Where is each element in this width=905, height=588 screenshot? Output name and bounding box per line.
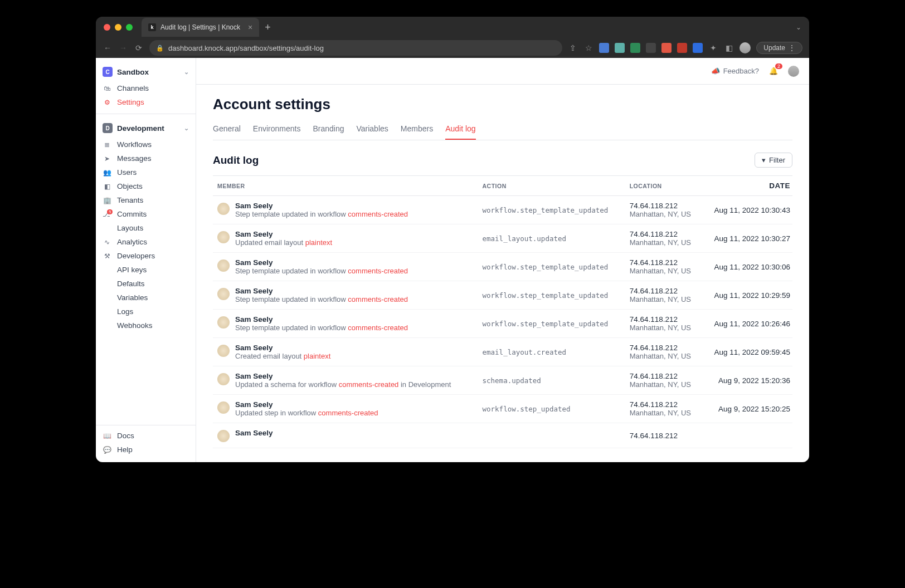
page-title: Account settings <box>213 96 792 113</box>
row-date: Aug 11, 2022 10:30:27 <box>702 224 792 253</box>
sidebar-item-icon: ◧ <box>103 183 111 190</box>
table-row[interactable]: Sam Seely Updated step in workflow comme… <box>213 395 792 423</box>
sidebar-subitem-webhooks[interactable]: Webhooks <box>96 318 196 332</box>
feedback-button[interactable]: 📣 Feedback? <box>711 67 759 75</box>
tab-members[interactable]: Members <box>401 120 433 140</box>
sidebar-item-label: Objects <box>117 182 143 190</box>
table-row[interactable]: Sam Seely Updated a schema for workflow … <box>213 366 792 395</box>
sidebar-item-label: Layouts <box>117 224 143 232</box>
sidebar-footer-docs[interactable]: 📖Docs <box>96 429 196 443</box>
location-place: Manhattan, NY, US <box>630 352 698 360</box>
table-row[interactable]: Sam Seely Step template updated in workf… <box>213 310 792 338</box>
member-name: Sam Seely <box>235 344 330 352</box>
table-row[interactable]: Sam Seely Step template updated in workf… <box>213 253 792 281</box>
project-badge-icon: C <box>103 67 113 77</box>
extension-icon[interactable] <box>599 43 609 53</box>
sidebar-item-icon: ≣ <box>103 141 111 149</box>
sidebar-item-analytics[interactable]: ∿Analytics <box>96 235 196 249</box>
url-input[interactable]: 🔒 dashboard.knock.app/sandbox/settings/a… <box>149 40 562 56</box>
back-icon[interactable]: ← <box>103 43 113 52</box>
sidebar-item-messages[interactable]: ➤Messages <box>96 151 196 165</box>
sidebar-item-label: Tenants <box>117 196 143 204</box>
tab-general[interactable]: General <box>213 120 241 140</box>
tab-branding[interactable]: Branding <box>313 120 344 140</box>
extension-icon[interactable] <box>630 43 640 53</box>
sidebar-section-development[interactable]: D Development ⌄ <box>96 119 196 138</box>
user-avatar[interactable] <box>788 66 799 77</box>
env-badge-icon: D <box>103 123 113 133</box>
member-desc: Step template updated in workflow commen… <box>235 210 408 218</box>
profile-avatar-browser[interactable] <box>739 42 751 53</box>
tab-audit-log[interactable]: Audit log <box>445 120 475 140</box>
action-code: workflow.step_template_updated <box>483 206 609 214</box>
sidebar-item-users[interactable]: 👥Users <box>96 165 196 179</box>
sidebar-subitem-defaults[interactable]: Defaults <box>96 277 196 291</box>
window-zoom-icon[interactable] <box>126 24 133 31</box>
table-row[interactable]: Sam Seely Updated email layout plaintext… <box>213 224 792 253</box>
tabs-menu-icon[interactable]: ⌄ <box>796 23 801 31</box>
sidebar-item-objects[interactable]: ◧Objects <box>96 179 196 193</box>
extension-icon[interactable] <box>661 43 672 53</box>
new-tab-button[interactable]: + <box>265 22 271 33</box>
sidebar-item-icon: ∿ <box>103 238 111 246</box>
sidebar-subitem-api-keys[interactable]: API keys <box>96 263 196 277</box>
avatar <box>217 259 230 272</box>
member-name: Sam Seely <box>235 258 408 267</box>
table-row[interactable]: Sam Seely Created email layout plaintext… <box>213 338 792 366</box>
extensions-menu-icon[interactable]: ✦ <box>708 43 718 52</box>
window-close-icon[interactable] <box>104 24 110 31</box>
browser-tab[interactable]: k Audit log | Settings | Knock × <box>142 18 259 37</box>
action-code: workflow.step_updated <box>483 405 571 413</box>
member-name: Sam Seely <box>235 400 378 409</box>
notifications-button[interactable]: 🔔 2 <box>769 67 778 75</box>
sidebar-item-icon: 💬 <box>103 446 111 454</box>
table-row[interactable]: Sam Seely 74.64.118.212 <box>213 423 792 448</box>
action-code: email_layout.created <box>483 348 567 356</box>
location-place: Manhattan, NY, US <box>630 238 698 247</box>
sidebar-item-developers[interactable]: ⚒Developers <box>96 249 196 263</box>
sidebar-item-channels[interactable]: 🛍Channels <box>96 81 196 95</box>
row-date: Aug 11, 2022 10:30:43 <box>702 196 792 224</box>
chevron-down-icon: ⌄ <box>184 125 189 132</box>
browser-update-button[interactable]: Update ⋮ <box>756 42 802 54</box>
sidebar-item-tenants[interactable]: 🏢Tenants <box>96 193 196 207</box>
sidebar-item-commits[interactable]: ⎇5Commits <box>96 207 196 221</box>
star-icon[interactable]: ☆ <box>583 43 593 52</box>
tab-environments[interactable]: Environments <box>253 120 301 140</box>
avatar <box>217 373 230 385</box>
location-ip: 74.64.118.212 <box>630 315 698 324</box>
sidepanel-icon[interactable]: ◧ <box>724 43 734 52</box>
avatar <box>217 316 230 329</box>
reload-icon[interactable]: ⟳ <box>134 43 144 52</box>
extension-icon[interactable] <box>693 43 703 53</box>
extension-icon[interactable] <box>677 43 687 53</box>
sidebar-item-icon: ⚙ <box>103 99 111 106</box>
sidebar-footer-help[interactable]: 💬Help <box>96 443 196 457</box>
sidebar-item-settings[interactable]: ⚙Settings <box>96 95 196 109</box>
sidebar-item-label: Channels <box>117 84 149 92</box>
extension-icon[interactable] <box>615 43 625 53</box>
audit-log-table: MEMBER ACTION LOCATION DATE Sam Seely St… <box>213 175 792 448</box>
extensions-tray: ✦ ◧ <box>599 42 751 53</box>
sidebar-item-label: Analytics <box>117 238 147 246</box>
table-row[interactable]: Sam Seely Step template updated in workf… <box>213 281 792 310</box>
sidebar-section-sandbox[interactable]: C Sandbox ⌄ <box>96 62 196 81</box>
app-topbar: 📣 Feedback? 🔔 2 <box>196 58 809 85</box>
sidebar-item-layouts[interactable]: Layouts <box>96 221 196 235</box>
window-minimize-icon[interactable] <box>115 24 121 31</box>
share-icon[interactable]: ⇪ <box>568 43 578 52</box>
sidebar-item-workflows[interactable]: ≣Workflows <box>96 138 196 151</box>
sidebar-section-label: Sandbox <box>117 68 149 76</box>
sidebar-item-icon: 👥 <box>103 169 111 177</box>
filter-button[interactable]: ▾ Filter <box>755 153 792 168</box>
tab-close-icon[interactable]: × <box>248 23 252 32</box>
sidebar-subitem-variables[interactable]: Variables <box>96 291 196 305</box>
tab-variables[interactable]: Variables <box>356 120 388 140</box>
notification-badge: 2 <box>775 63 782 69</box>
favicon-icon: k <box>148 23 156 31</box>
extension-icon[interactable] <box>646 43 656 53</box>
table-row[interactable]: Sam Seely Step template updated in workf… <box>213 196 792 224</box>
sidebar-subitem-logs[interactable]: Logs <box>96 305 196 318</box>
location-ip: 74.64.118.212 <box>630 432 698 440</box>
row-date <box>702 423 792 448</box>
